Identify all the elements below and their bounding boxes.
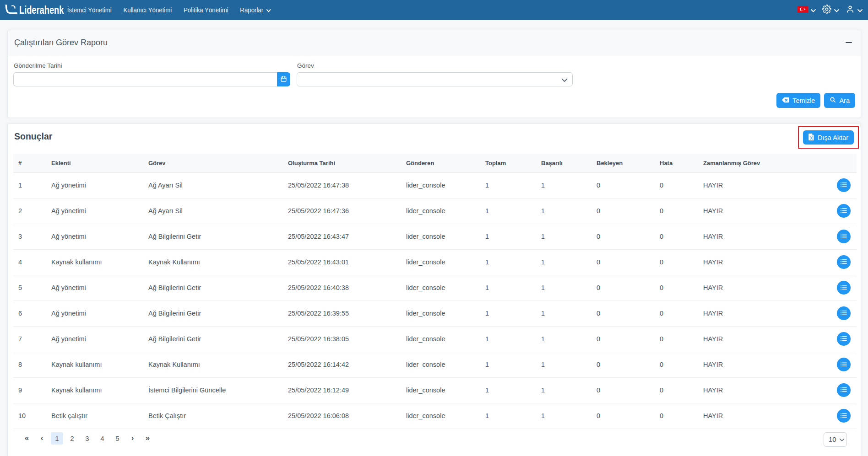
results-header: Sonuçlar <box>8 124 861 154</box>
calendar-icon <box>280 75 287 84</box>
cell-scheduled: HAYIR <box>698 224 822 249</box>
page-content: Çalıştırılan Görev Raporu Gönderilme Tar… <box>0 20 868 456</box>
pagination-last-button[interactable]: » <box>141 432 154 445</box>
cell-scheduled: HAYIR <box>698 198 822 224</box>
pagination-page-button[interactable]: 4 <box>96 432 108 445</box>
cell-plugin: Ağ yönetimi <box>46 224 143 249</box>
cell-task: Kaynak Kullanımı <box>143 249 283 275</box>
cell-sender: lider_console <box>401 352 480 377</box>
cell-waiting: 0 <box>591 275 655 300</box>
row-detail-button[interactable] <box>837 306 851 320</box>
table-header-cell: Görev <box>143 154 283 172</box>
cell-plugin: Ağ yönetimi <box>46 275 143 300</box>
clear-backspace-icon <box>782 97 789 104</box>
date-input[interactable] <box>13 72 277 86</box>
pagination-page-button[interactable]: 1 <box>51 432 63 445</box>
cell-scheduled: HAYIR <box>698 275 822 300</box>
pagination-page-button[interactable]: 3 <box>81 432 93 445</box>
row-detail-button[interactable] <box>837 409 851 423</box>
cell-sender: lider_console <box>401 198 480 224</box>
nav-menu-item[interactable]: Kullanıcı Yönetimi <box>118 0 178 20</box>
nav-menu-item-label: Kullanıcı Yönetimi <box>123 6 172 14</box>
nav-menu-item[interactable]: Raporlar <box>234 0 277 20</box>
settings-menu[interactable] <box>819 0 842 20</box>
cell-sender: lider_console <box>401 172 480 198</box>
list-icon <box>841 310 847 317</box>
cell-actions <box>822 326 857 352</box>
cell-plugin: Ağ yönetimi <box>46 300 143 326</box>
liderahenk-logo-icon <box>4 3 18 17</box>
cell-scheduled: HAYIR <box>698 377 822 403</box>
cell-success: 1 <box>536 275 591 300</box>
cell-success: 1 <box>536 300 591 326</box>
pagination-page-button[interactable]: 5 <box>111 432 124 445</box>
chevron-down-icon <box>266 6 271 14</box>
cell-success: 1 <box>536 403 591 429</box>
cell-sender: lider_console <box>401 249 480 275</box>
cell-actions <box>822 198 857 224</box>
cell-scheduled: HAYIR <box>698 403 822 429</box>
cell-actions <box>822 275 857 300</box>
cell-created-date: 25/05/2022 16:39:55 <box>283 300 401 326</box>
nav-menu-item[interactable]: Politika Yönetimi <box>178 0 234 20</box>
cell-total: 1 <box>480 198 536 224</box>
list-icon <box>841 259 847 266</box>
cell-error: 0 <box>655 249 698 275</box>
table-row: 9 Kaynak kullanımı İstemci Bilgilerini G… <box>13 377 857 403</box>
filter-card-header: Çalıştırılan Görev Raporu <box>8 30 861 55</box>
pagination-page-button[interactable]: 2 <box>66 432 78 445</box>
row-detail-button[interactable] <box>837 204 851 218</box>
cell-error: 0 <box>655 172 698 198</box>
export-button[interactable]: Dışa Aktar <box>803 130 854 145</box>
calendar-button[interactable] <box>277 72 290 86</box>
brand[interactable]: Liderahenk <box>4 3 61 17</box>
results-title: Sonuçlar <box>14 131 856 142</box>
pagination-first-button[interactable]: « <box>21 432 33 445</box>
cell-success: 1 <box>536 198 591 224</box>
table-header-cell: Hata <box>655 154 698 172</box>
cell-waiting: 0 <box>591 300 655 326</box>
table-header-cell <box>822 154 857 172</box>
cell-success: 1 <box>536 249 591 275</box>
row-detail-button[interactable] <box>837 332 851 346</box>
cell-actions <box>822 249 857 275</box>
cell-index: 2 <box>13 198 46 224</box>
cell-total: 1 <box>480 403 536 429</box>
list-icon <box>841 336 847 343</box>
row-detail-button[interactable] <box>837 230 851 243</box>
cell-task: Betik Çalıştır <box>143 403 283 429</box>
pager-pages: 1 2 3 4 5 <box>51 432 124 445</box>
cell-sender: lider_console <box>401 300 480 326</box>
table-row: 5 Ağ yönetimi Ağ Bilgilerini Getir 25/05… <box>13 275 857 300</box>
clear-button[interactable]: Temizle <box>776 93 820 108</box>
table-row: 4 Kaynak kullanımı Kaynak Kullanımı 25/0… <box>13 249 857 275</box>
pagination-row: « ‹ 1 2 3 4 5 › » <box>13 429 856 454</box>
task-select[interactable] <box>297 72 573 86</box>
table-row: 8 Kaynak kullanımı Kaynak Kullanımı 25/0… <box>13 352 857 377</box>
cell-index: 10 <box>13 403 46 429</box>
search-button[interactable]: Ara <box>824 93 855 108</box>
pagination-prev-button[interactable]: ‹ <box>36 432 48 445</box>
cell-error: 0 <box>655 300 698 326</box>
cell-sender: lider_console <box>401 275 480 300</box>
user-icon <box>846 5 855 16</box>
row-detail-button[interactable] <box>837 281 851 295</box>
user-menu[interactable] <box>842 0 866 20</box>
collapse-button[interactable] <box>845 37 852 48</box>
table-header-cell: Zamanlanmış Görev <box>698 154 822 172</box>
row-detail-button[interactable] <box>837 383 851 397</box>
chevron-down-icon <box>561 76 568 84</box>
language-menu[interactable] <box>794 0 819 20</box>
row-detail-button[interactable] <box>837 178 851 192</box>
pagination-next-button[interactable]: › <box>126 432 139 445</box>
cell-created-date: 25/05/2022 16:14:42 <box>283 352 401 377</box>
cell-total: 1 <box>480 352 536 377</box>
nav-menu-item[interactable]: İstemci Yönetimi <box>61 0 118 20</box>
page-size-select[interactable]: 10 <box>824 432 847 447</box>
row-detail-button[interactable] <box>837 358 851 371</box>
cell-sender: lider_console <box>401 377 480 403</box>
row-detail-button[interactable] <box>837 255 851 269</box>
annotation-red-box: Dışa Aktar <box>798 126 859 149</box>
list-icon <box>841 387 847 394</box>
cell-waiting: 0 <box>591 224 655 249</box>
